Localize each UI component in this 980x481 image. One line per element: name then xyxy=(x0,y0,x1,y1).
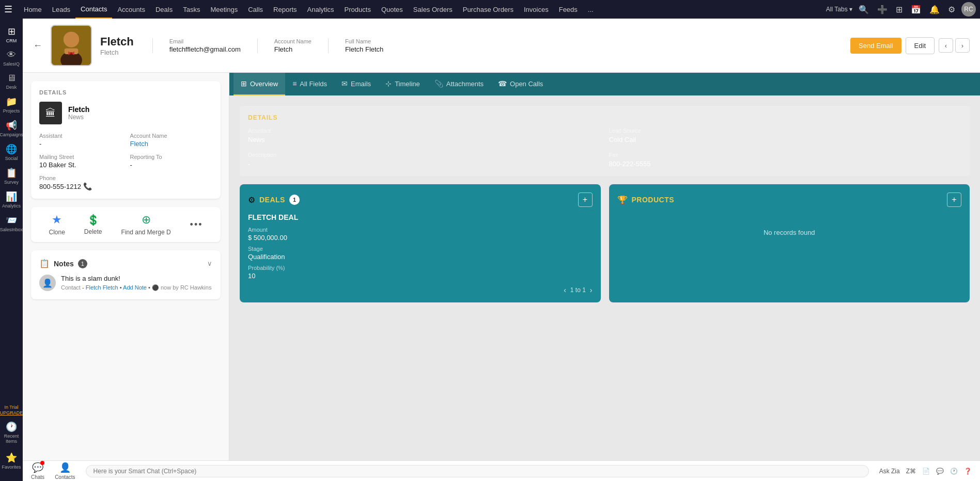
nav-item-calls[interactable]: Calls xyxy=(243,0,268,19)
delete-button[interactable]: 💲 Delete xyxy=(84,214,102,235)
add-icon[interactable]: ➕ xyxy=(875,4,890,15)
nav-item-meetings[interactable]: Meetings xyxy=(205,0,243,19)
note-contact-link[interactable]: Fletch Fletch xyxy=(86,284,118,291)
products-title-row: 🏆 PRODUCTS xyxy=(617,195,675,205)
nav-item-home[interactable]: Home xyxy=(19,0,47,19)
nav-item-analytics[interactable]: Analytics xyxy=(302,0,339,19)
prev-contact-button[interactable]: ‹ xyxy=(939,38,953,53)
nav-item-purchase-orders[interactable]: Purchase Orders xyxy=(458,0,519,19)
clone-button[interactable]: ★ Clone xyxy=(49,213,65,236)
sidebar-icon-5: 🌐 xyxy=(6,143,17,155)
sidebar-item-projects[interactable]: 📁Projects xyxy=(1,93,22,117)
document-icon[interactable]: 📄 xyxy=(922,468,930,475)
contacts-icon: 👤 xyxy=(59,462,71,473)
deals-add-button[interactable]: + xyxy=(578,193,593,207)
sidebar-icon-0: ⊞ xyxy=(8,26,15,37)
contacts-button[interactable]: 👤 Contacts xyxy=(55,462,75,480)
upgrade-link[interactable]: UPGRADE xyxy=(0,410,23,416)
products-no-records: No records found xyxy=(617,213,962,252)
tab-emails[interactable]: ✉Emails xyxy=(334,73,378,95)
smart-chat-input[interactable] xyxy=(86,465,869,477)
cards-row: ⚙ DEALS 1 + FLETCH DEAL Amount $ 500,000… xyxy=(240,184,970,302)
nav-item-invoices[interactable]: Invoices xyxy=(519,0,554,19)
find-merge-button[interactable]: ⊕ Find and Merge D xyxy=(121,213,171,236)
notes-chevron-icon[interactable]: ∨ xyxy=(207,260,212,267)
header-fullname-field: Full Name Fletch Fletch xyxy=(345,38,383,53)
overview-content: DETAILS Assistant News Lead Source Cold … xyxy=(229,95,980,313)
contact-name-block: Fletch Fletch xyxy=(100,35,134,56)
ask-zia-button[interactable]: Ask Zia xyxy=(879,468,900,475)
nav-item-products[interactable]: Products xyxy=(339,0,376,19)
send-email-button[interactable]: Send Email xyxy=(850,38,901,54)
tab-overview[interactable]: ⊞Overview xyxy=(234,73,285,95)
nav-item-sales-orders[interactable]: Sales Orders xyxy=(408,0,458,19)
sidebar-item-salesiq[interactable]: 👁SalesIQ xyxy=(1,46,22,70)
menu-icon[interactable]: ☰ xyxy=(4,4,12,15)
products-add-button[interactable]: + xyxy=(947,193,961,207)
all-tabs-dropdown[interactable]: All Tabs ▾ xyxy=(826,6,852,13)
edit-button[interactable]: Edit xyxy=(906,37,935,54)
nav-item-accounts[interactable]: Accounts xyxy=(112,0,150,19)
calendar-icon[interactable]: 📅 xyxy=(909,4,923,15)
account-name: Fletch xyxy=(68,105,89,114)
search-icon[interactable]: 🔍 xyxy=(857,4,871,15)
tab-open-calls[interactable]: ☎Open Calls xyxy=(491,73,550,95)
field-reporting-to: Reporting To - xyxy=(130,154,213,169)
tab-all-fields[interactable]: ≡All Fields xyxy=(285,73,334,95)
sidebar-item-desk[interactable]: 🖥Desk xyxy=(1,70,22,93)
more-button[interactable]: ••• xyxy=(190,219,203,230)
sidebar-item-favorites[interactable]: ⭐ Favorites xyxy=(1,449,22,473)
sidebar-item-crm[interactable]: ⊞CRM xyxy=(1,23,22,46)
chat-bubble-icon[interactable]: 💬 xyxy=(936,468,944,475)
nav-item-quotes[interactable]: Quotes xyxy=(376,0,408,19)
nav-item-leads[interactable]: Leads xyxy=(47,0,75,19)
deals-icon: ⚙ xyxy=(248,195,255,205)
note-dot-icon: ⚫ xyxy=(152,284,159,291)
clock-icon[interactable]: 🕐 xyxy=(950,468,958,475)
notes-header: 📋 Notes 1 ∨ xyxy=(39,259,212,268)
nav-item-feeds[interactable]: Feeds xyxy=(554,0,583,19)
field-assistant: Assistant - xyxy=(39,133,122,148)
back-button[interactable]: ← xyxy=(33,40,42,51)
settings-icon[interactable]: ⚙ xyxy=(946,4,957,15)
nav-item-tasks[interactable]: Tasks xyxy=(178,0,205,19)
details-section-label: DETAILS xyxy=(39,89,212,95)
next-contact-button[interactable]: › xyxy=(955,38,970,53)
bottom-right: Ask Zia Z⌘ 📄 💬 🕐 ❓ xyxy=(879,468,972,475)
right-panel: ⊞Overview≡All Fields✉Emails⊹Timeline📎Att… xyxy=(229,73,980,460)
deals-card-header: ⚙ DEALS 1 + xyxy=(248,193,593,207)
help-icon[interactable]: ❓ xyxy=(964,468,972,475)
contact-header-fields: Email fletchffletch@gmail.com Account Na… xyxy=(152,38,842,53)
user-avatar[interactable]: RC xyxy=(961,2,976,17)
details-card: DETAILS 🏛 Fletch News Assistant - xyxy=(31,81,221,199)
chats-button[interactable]: 💬 Chats xyxy=(31,462,44,480)
deals-prev-button[interactable]: ‹ xyxy=(564,286,566,294)
note-text: This is a slam dunk! xyxy=(61,275,211,282)
note-meta: Contact - Fletch Fletch • Add Note • ⚫ n… xyxy=(61,284,211,291)
sidebar-item-social[interactable]: 🌐Social xyxy=(1,140,22,164)
action-row: ★ Clone 💲 Delete ⊕ Find and Merge D ••• xyxy=(31,207,221,242)
nav-item-deals[interactable]: Deals xyxy=(150,0,178,19)
contact-subtitle: Fletch xyxy=(100,49,134,56)
nav-item-contacts[interactable]: Contacts xyxy=(75,0,112,19)
bell-icon[interactable]: 🔔 xyxy=(927,4,942,15)
sidebar-item-recent[interactable]: 🕐 Recent Items xyxy=(1,418,22,447)
add-note-link[interactable]: Add Note xyxy=(123,284,147,291)
right-details-title: DETAILS xyxy=(248,114,961,121)
sidebar-item-campaigns[interactable]: 📢Campaigns xyxy=(1,117,22,140)
tab-timeline[interactable]: ⊹Timeline xyxy=(378,73,427,95)
sidebar-icon-4: 📢 xyxy=(6,120,17,131)
nav-item-...[interactable]: ... xyxy=(583,0,599,19)
field-phone: Phone 800-555-1212 📞 xyxy=(39,175,122,190)
note-item: 👤 This is a slam dunk! Contact - Fletch … xyxy=(39,275,212,291)
deals-pagination: ‹ 1 to 1 › xyxy=(248,286,593,294)
header-email-field: Email fletchffletch@gmail.com xyxy=(169,38,241,53)
sidebar-item-analytics[interactable]: 📊Analytics xyxy=(1,188,22,212)
sidebar-item-salesinbox[interactable]: 📨SalesInbox xyxy=(1,212,22,235)
apps-icon[interactable]: ⊞ xyxy=(894,4,905,15)
sidebar-item-survey[interactable]: 📋Survey xyxy=(1,164,22,188)
tab-attachments[interactable]: 📎Attachments xyxy=(427,73,491,95)
deals-next-button[interactable]: › xyxy=(590,286,593,294)
account-type: News xyxy=(68,114,89,121)
nav-item-reports[interactable]: Reports xyxy=(268,0,302,19)
